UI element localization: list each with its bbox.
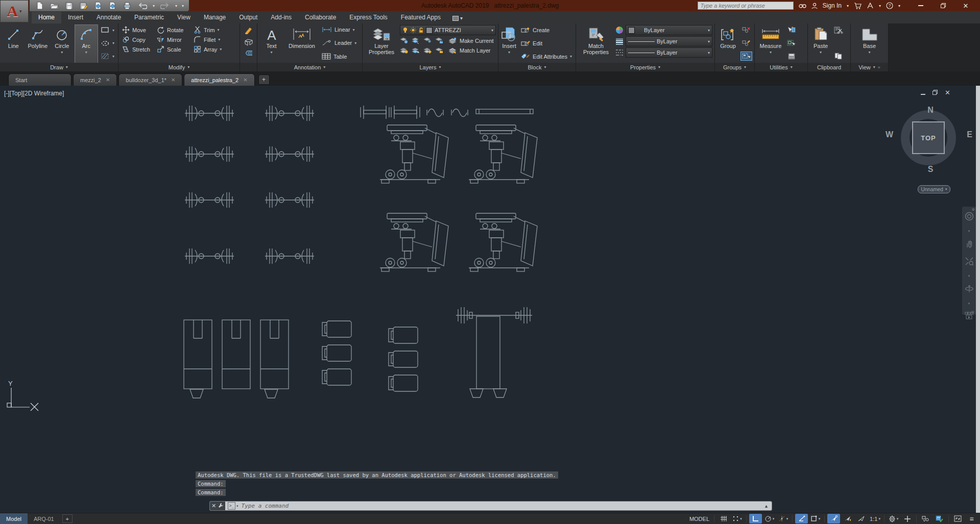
- panel-footer-layers[interactable]: Layers▾: [363, 63, 498, 71]
- sign-in-dropdown[interactable]: ▾: [847, 4, 849, 8]
- layer-unlock-all-icon[interactable]: [435, 47, 443, 54]
- tab-manage[interactable]: Manage: [197, 12, 232, 23]
- annotation-visibility-button[interactable]: [827, 514, 840, 523]
- annotation-scale-value[interactable]: 1:1▾: [869, 514, 881, 523]
- layout-tab-arq01[interactable]: ARQ-01: [28, 513, 60, 524]
- rectangle-button[interactable]: ▾: [99, 26, 116, 35]
- scale-button[interactable]: Scale: [155, 44, 192, 54]
- save-button[interactable]: [64, 1, 74, 11]
- command-expand-icon[interactable]: ▲: [764, 504, 772, 509]
- rotate-button[interactable]: Rotate: [155, 25, 192, 35]
- panel-footer-draw[interactable]: Draw▾: [0, 63, 118, 71]
- sign-in-button[interactable]: Sign In: [823, 2, 842, 9]
- right-edge-panel-strip[interactable]: [976, 86, 980, 513]
- autodesk-share-icon[interactable]: [867, 3, 874, 9]
- command-input[interactable]: [238, 503, 764, 509]
- file-tab-start[interactable]: Start: [8, 73, 71, 86]
- insert-block-button[interactable]: Insert ▾: [500, 25, 518, 63]
- layer-isolate-icon[interactable]: [412, 37, 420, 44]
- edit-attributes-button[interactable]: Edit Attributes▾: [519, 52, 573, 61]
- explode-icon[interactable]: [243, 37, 254, 47]
- viewcube[interactable]: N S W E TOP: [897, 106, 964, 183]
- dimension-button[interactable]: Dimension: [285, 25, 319, 63]
- layer-thaw-all-icon[interactable]: [423, 47, 432, 54]
- ribbon-display-toggle[interactable]: ▾: [452, 15, 463, 23]
- viewcube-top-face[interactable]: TOP: [912, 121, 945, 154]
- viewport-close-icon[interactable]: ✕: [945, 89, 950, 96]
- make-current-button[interactable]: Make Current: [447, 36, 495, 45]
- customization-menu-button[interactable]: ≡: [965, 514, 978, 523]
- annotation-monitor-button[interactable]: [901, 514, 914, 523]
- clean-screen-button[interactable]: [951, 514, 964, 523]
- zoom-extents-icon[interactable]: [965, 257, 974, 268]
- layer-combo-dropdown[interactable]: ▾: [491, 28, 493, 33]
- ungroup-icon[interactable]: [740, 26, 752, 34]
- panel-footer-annotation[interactable]: Annotation▾: [257, 63, 362, 71]
- close-button[interactable]: ✕: [954, 0, 977, 11]
- restore-button[interactable]: [932, 0, 954, 11]
- lineweight-combo[interactable]: ByLayer▾: [626, 36, 712, 46]
- grid-display-button[interactable]: [717, 514, 730, 523]
- layer-off-icon[interactable]: [400, 37, 408, 44]
- viewcube-east[interactable]: E: [967, 130, 972, 139]
- command-prompt-icon[interactable]: >_▾: [228, 502, 238, 510]
- model-space-indicator[interactable]: MODEL: [689, 516, 709, 522]
- close-tab-icon[interactable]: ✕: [171, 77, 175, 83]
- minimize-button[interactable]: [910, 0, 932, 11]
- drawing-canvas[interactable]: Y [-][Top][2D Wireframe] ✕ N S W E TOP U…: [0, 86, 980, 513]
- array-button[interactable]: Array▾: [192, 44, 223, 54]
- tab-collaborate[interactable]: Collaborate: [298, 12, 343, 23]
- ortho-mode-button[interactable]: [749, 514, 762, 523]
- app-store-cart-icon[interactable]: [854, 3, 862, 9]
- open-file-button[interactable]: [49, 1, 60, 10]
- close-tab-icon[interactable]: ✕: [106, 77, 110, 83]
- file-tab-attrezzi-palestra[interactable]: attrezzi_palestra_2✕: [184, 73, 254, 86]
- viewport-restore-icon[interactable]: [933, 90, 938, 96]
- tab-output[interactable]: Output: [232, 12, 264, 23]
- polyline-button[interactable]: Polyline: [27, 25, 50, 63]
- command-line-grip[interactable]: ✕: [210, 502, 225, 510]
- ellipse-button[interactable]: ▾: [99, 39, 116, 48]
- panel-footer-block[interactable]: Block▾: [498, 63, 576, 71]
- open-from-web-button[interactable]: [93, 1, 103, 11]
- redo-button[interactable]: [159, 2, 171, 10]
- file-tab-mezzi2[interactable]: mezzi_2✕: [73, 73, 117, 86]
- viewport-minimize-icon[interactable]: [921, 90, 925, 96]
- layer-lock-icon[interactable]: [435, 37, 443, 44]
- object-snap-tracking-button[interactable]: [795, 514, 808, 523]
- text-button[interactable]: A Text ▾: [259, 25, 283, 63]
- workspace-switching-button[interactable]: ▾: [887, 514, 900, 523]
- search-icon[interactable]: [799, 3, 806, 9]
- plot-button[interactable]: [122, 1, 132, 11]
- help-dropdown[interactable]: ▾: [898, 4, 900, 8]
- move-button[interactable]: Move: [121, 25, 155, 35]
- edit-block-button[interactable]: Edit: [519, 39, 573, 47]
- navigation-bar[interactable]: ⊗ ▾ ▾ ▾ ⊖: [962, 207, 976, 315]
- base-button[interactable]: Base ▾: [855, 25, 884, 63]
- snap-mode-button[interactable]: ▾: [731, 514, 744, 523]
- command-customize-wrench-icon[interactable]: [218, 503, 224, 509]
- copy-clip-icon[interactable]: [833, 52, 844, 61]
- orbit-icon[interactable]: [965, 284, 974, 295]
- tab-add-ins[interactable]: Add-ins: [264, 12, 298, 23]
- new-layout-button[interactable]: +: [62, 514, 73, 523]
- polar-tracking-button[interactable]: ▾: [763, 514, 776, 523]
- tab-home[interactable]: Home: [32, 12, 61, 23]
- layer-on-icon[interactable]: [400, 47, 408, 54]
- command-line[interactable]: ✕ >_▾ ▲: [209, 501, 772, 511]
- circle-button[interactable]: Circle ▾: [51, 25, 74, 63]
- mirror-button[interactable]: Mirror: [155, 35, 192, 44]
- object-snap-button[interactable]: ▾: [809, 514, 822, 523]
- match-properties-button[interactable]: Match Properties: [578, 25, 614, 63]
- layer-color-swatch[interactable]: [426, 27, 433, 34]
- group-selection-toggle-icon[interactable]: [740, 52, 752, 61]
- command-close-icon[interactable]: ✕: [211, 503, 216, 509]
- hatch-button[interactable]: ▾: [99, 52, 116, 61]
- share-dropdown[interactable]: ▾: [879, 4, 881, 8]
- new-file-button[interactable]: [35, 1, 44, 11]
- pan-hand-icon[interactable]: [965, 239, 974, 251]
- copy-button[interactable]: Copy: [121, 35, 155, 44]
- tab-annotate[interactable]: Annotate: [90, 12, 128, 23]
- join-icon[interactable]: [243, 49, 254, 57]
- viewcube-south[interactable]: S: [897, 165, 964, 174]
